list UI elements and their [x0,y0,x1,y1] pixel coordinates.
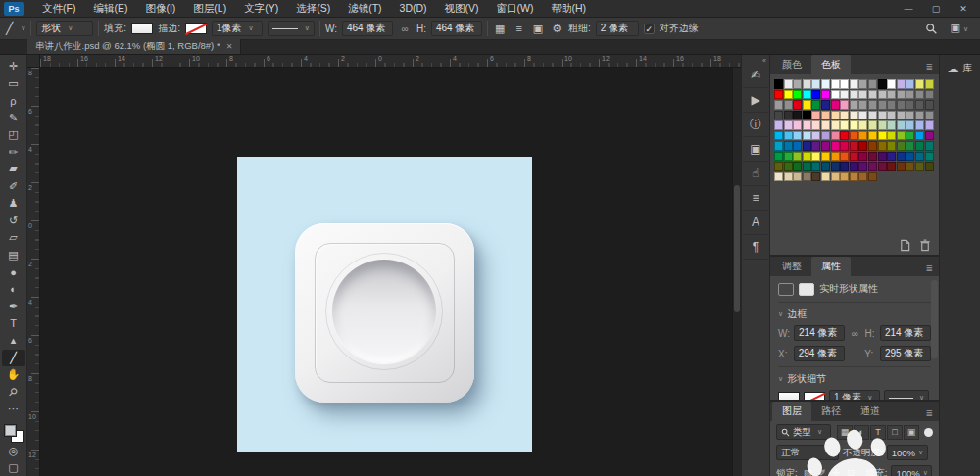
swatch[interactable] [915,79,924,89]
swatch[interactable] [887,162,896,171]
tab-swatches[interactable]: 色板 [811,55,851,74]
prop-height-field[interactable]: 214 像素 [880,325,931,341]
swatch[interactable] [840,141,849,151]
info-panel-icon[interactable]: ⓘ [743,113,768,137]
swatch[interactable] [784,172,793,182]
tab-close-icon[interactable]: ✕ [226,42,233,51]
type-tool[interactable]: T [2,315,25,333]
lasso-tool[interactable]: ρ [2,92,25,110]
swatch[interactable] [915,90,924,100]
swatch[interactable] [831,131,840,141]
swatch[interactable] [915,131,924,141]
tab-channels[interactable]: 通道 [851,402,890,421]
fill-field[interactable]: 100%∨ [891,465,932,476]
gear-icon[interactable]: ⚙ [550,22,564,35]
quick-mask-button[interactable]: ◎ [2,443,25,459]
swatch[interactable] [897,152,906,162]
swatch[interactable] [840,79,849,89]
swatch[interactable] [868,141,877,151]
swatch[interactable] [868,90,877,100]
swatch[interactable] [811,152,820,162]
swatch[interactable] [906,79,914,89]
swatch[interactable] [803,90,811,100]
swatch[interactable] [925,162,934,171]
foreground-background-colors[interactable] [4,424,24,443]
tab-adjustments[interactable]: 调整 [772,257,811,276]
swatch[interactable] [784,100,793,110]
swatch[interactable] [850,141,858,151]
swatch[interactable] [831,172,840,182]
swatch[interactable] [821,152,830,162]
swatch[interactable] [821,172,830,182]
crop-tool[interactable]: ◰ [2,126,25,144]
paragraph-panel-icon[interactable]: ¶ [743,235,768,260]
swatch[interactable] [906,141,914,151]
lock-transparent-icon[interactable]: ▨ [802,468,814,476]
swatch[interactable] [868,79,877,89]
menu-image[interactable]: 图像(I) [136,0,184,17]
filter-type-layers-icon[interactable]: T [870,425,886,440]
tool-presets-panel-icon[interactable]: ≡ [743,186,768,211]
tab-paths[interactable]: 路径 [811,402,851,421]
swatch[interactable] [831,79,840,89]
layer-filter-toggle[interactable] [924,428,933,437]
swatch[interactable] [784,90,793,100]
swatch[interactable] [850,131,858,141]
fill-swatch[interactable] [131,23,153,34]
new-swatch-icon[interactable] [899,239,911,252]
swatch[interactable] [774,100,783,110]
swatch[interactable] [850,79,858,89]
vertical-ruler[interactable]: 8642024681012 [27,68,40,476]
pen-tool[interactable]: ✒ [2,298,25,315]
swatch[interactable] [793,90,802,100]
swatch[interactable] [774,90,783,100]
swatch[interactable] [868,100,877,110]
swatch[interactable] [868,131,877,141]
swatch[interactable] [858,79,867,89]
swatch[interactable] [897,162,906,171]
swatch[interactable] [915,120,924,130]
swatch[interactable] [850,152,858,162]
swatch[interactable] [887,131,896,141]
brush-tool[interactable]: ✐ [2,178,25,196]
swatch[interactable] [803,141,811,151]
healing-brush-tool[interactable]: ▰ [2,161,25,178]
swatch[interactable] [868,172,877,182]
swatch[interactable] [878,79,887,89]
swatch[interactable] [784,141,793,151]
document-canvas[interactable] [237,157,532,452]
swatch[interactable] [915,162,924,171]
filter-pixel-layers-icon[interactable]: ▦ [837,425,853,440]
swatch[interactable] [793,79,802,89]
swatch[interactable] [906,100,914,110]
swatch[interactable] [793,111,802,120]
prop-width-field[interactable]: 214 像素 [794,325,845,341]
actions-panel-icon[interactable]: ▶ [743,88,768,113]
swatch[interactable] [831,152,840,162]
swatch[interactable] [840,100,849,110]
swatch[interactable] [906,131,914,141]
swatch[interactable] [811,131,820,141]
path-selection-tool[interactable]: ▴ [2,332,25,350]
swatch[interactable] [803,111,811,120]
swatch[interactable] [840,131,849,141]
transform-section-header[interactable]: ∨边框 [778,303,931,325]
menu-help[interactable]: 帮助(H) [543,0,596,17]
swatch[interactable] [793,100,802,110]
lock-all-icon[interactable]: ⊡ [845,468,857,476]
swatch[interactable] [784,111,793,120]
swatch[interactable] [878,162,887,171]
swatch[interactable] [858,120,867,130]
swatch[interactable] [878,100,887,110]
swatch[interactable] [868,162,877,171]
swatch[interactable] [784,120,793,130]
prop-fill-swatch[interactable] [778,392,800,402]
swatch[interactable] [858,131,867,141]
swatch[interactable] [868,152,877,162]
menu-view[interactable]: 视图(V) [436,0,488,17]
swatch[interactable] [774,172,783,182]
swatch[interactable] [821,162,830,171]
swatch[interactable] [840,152,849,162]
swatch[interactable] [774,152,783,162]
swatch[interactable] [774,111,783,120]
